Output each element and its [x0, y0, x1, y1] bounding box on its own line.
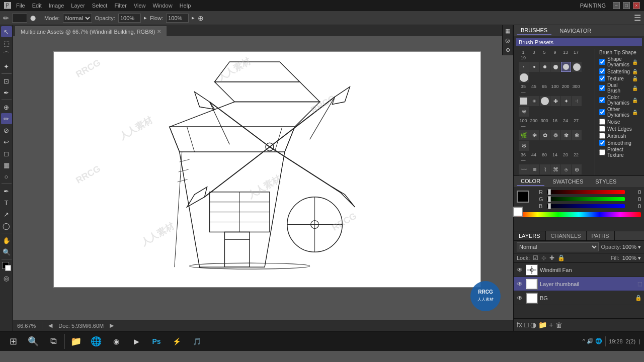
mode-select[interactable]: Normal — [63, 14, 92, 23]
shape-dynamics[interactable]: Shape Dynamics 🔒 — [597, 56, 640, 68]
selection-tool[interactable]: ⬚ — [1, 38, 12, 49]
search-button[interactable]: 🔍 — [24, 332, 42, 350]
app-4[interactable]: ▶ — [127, 332, 145, 350]
airbrush-toggle[interactable]: ⊕ — [198, 14, 204, 22]
menu-edit[interactable]: Edit — [30, 3, 44, 9]
flow-arrow[interactable]: ▸ — [192, 15, 195, 21]
tab-close-button[interactable]: ✕ — [157, 29, 161, 34]
brush-preset-picker[interactable] — [12, 14, 27, 23]
app-5[interactable]: ⚡ — [168, 332, 186, 350]
brush-s2[interactable]: ≋ — [529, 164, 539, 174]
styles-tab[interactable]: STYLES — [591, 177, 620, 186]
brush-r2[interactable]: ❀ — [529, 130, 539, 140]
document-tab[interactable]: Multiplane Assets @ 66.7% (Windmill Buil… — [15, 26, 167, 36]
menu-filter[interactable]: Filter — [112, 3, 128, 9]
brush-soft[interactable] — [529, 96, 539, 106]
color-swatch-area[interactable] — [1, 261, 12, 272]
layer-row-bg[interactable]: 👁 BG 🔒 — [514, 291, 644, 305]
brush-r1[interactable]: 🌿 — [519, 130, 529, 140]
gradient-tool[interactable]: ▦ — [1, 159, 12, 170]
clone-stamp-tool[interactable]: ⊘ — [1, 125, 12, 136]
airbrush[interactable]: Airbrush — [597, 132, 640, 139]
texture[interactable]: Texture 🔒 — [597, 75, 640, 82]
layer-visibility-toggle[interactable]: 👁 — [516, 280, 524, 288]
foreground-swatch[interactable] — [517, 191, 529, 203]
brush-13px[interactable] — [561, 62, 571, 72]
brush-5px[interactable] — [540, 62, 550, 72]
layer-row-windmill-fan[interactable]: 👁 Windmill Fan — [514, 263, 644, 277]
lasso-tool[interactable]: ⌒ — [1, 49, 12, 60]
brush-s4[interactable]: ⌘ — [550, 164, 560, 174]
layer-visibility-toggle[interactable]: 👁 — [516, 266, 524, 274]
swatch-area[interactable] — [517, 191, 535, 209]
layer-group-button[interactable]: 📁 — [538, 321, 547, 329]
layer-mask-button[interactable]: □ — [524, 321, 528, 329]
layer-adjustment-button[interactable]: ◑ — [530, 321, 536, 329]
quick-mask-tool[interactable]: ◎ — [1, 273, 12, 284]
triangle-right[interactable]: ▶ — [110, 322, 114, 329]
new-layer-button[interactable]: + — [549, 321, 553, 329]
protect-texture[interactable]: Protect Texture — [597, 146, 640, 158]
brush-star[interactable]: ✦ — [561, 96, 571, 106]
menu-select[interactable]: Select — [90, 3, 110, 9]
dual-brush[interactable]: Dual Brush 🔒 — [597, 82, 640, 94]
brush-17px[interactable] — [572, 62, 582, 72]
background-swatch[interactable] — [513, 207, 523, 217]
task-view-button[interactable]: ⧉ — [44, 332, 62, 350]
brush-35px[interactable] — [519, 96, 529, 106]
pen-tool[interactable]: ✒ — [1, 186, 12, 197]
brush-s5[interactable]: ⍟ — [561, 164, 571, 174]
lock-pos[interactable]: ⊹ — [541, 254, 546, 261]
layer-row-thumbnail[interactable]: 👁 Layer thumbnail ⬚ — [514, 277, 644, 291]
app-6[interactable]: 🎵 — [188, 332, 206, 350]
brush-s3[interactable]: ⌇ — [540, 164, 550, 174]
noise[interactable]: Noise — [597, 118, 640, 125]
brush-r3[interactable]: ✿ — [540, 130, 550, 140]
text-tool[interactable]: T — [1, 197, 12, 208]
scattering[interactable]: Scattering 🔒 — [597, 68, 640, 75]
tab-channels[interactable]: CHANNELS — [546, 231, 587, 240]
menu-help[interactable]: Help — [178, 3, 193, 9]
mini-tool-3[interactable]: ⊕ — [503, 45, 512, 54]
opacity-arrow[interactable]: ▸ — [144, 15, 147, 21]
crop-tool[interactable]: ⊡ — [1, 75, 12, 86]
other-dynamics[interactable]: Other Dynamics 🔒 — [597, 106, 640, 118]
wet-edges[interactable]: Wet Edges — [597, 125, 640, 132]
mini-tool-2[interactable]: ◎ — [503, 36, 512, 45]
minimize-button[interactable]: – — [613, 2, 620, 9]
color-spectrum[interactable] — [517, 212, 641, 217]
brush-s1[interactable]: 〰 — [519, 164, 529, 174]
fill-value[interactable]: 100% ▾ — [622, 255, 641, 261]
dodge-tool[interactable]: ○ — [1, 171, 12, 182]
file-explorer-button[interactable]: 📁 — [67, 332, 85, 350]
opacity-value[interactable]: 100% ▾ — [622, 244, 641, 250]
swatches-tab[interactable]: SWATCHES — [548, 177, 587, 186]
start-button[interactable]: ⊞ — [4, 332, 22, 350]
photoshop-button[interactable]: Ps — [147, 332, 166, 350]
mini-tool-1[interactable]: ▦ — [503, 26, 512, 35]
show-desktop[interactable]: | — [638, 338, 640, 344]
color-panel-header[interactable]: COLOR SWATCHES STYLES — [514, 176, 644, 187]
brush-1px[interactable] — [519, 62, 529, 72]
history-brush-tool[interactable]: ↩ — [1, 136, 12, 147]
magic-wand-tool[interactable]: ✦ — [1, 61, 12, 72]
brush-large[interactable] — [540, 96, 550, 106]
brush-9px[interactable] — [550, 62, 560, 72]
brush-tip-shape[interactable]: Brush Tip Shape — [597, 49, 640, 56]
layer-fx-button[interactable]: fx — [517, 321, 522, 329]
triangle-left[interactable]: ◀ — [48, 322, 52, 329]
close-button[interactable]: × — [633, 2, 640, 9]
restore-button[interactable]: □ — [623, 2, 630, 9]
menu-file[interactable]: File — [14, 3, 27, 9]
brush-tool[interactable]: ✏ — [1, 113, 12, 124]
brush-scatter[interactable]: ⁖ — [572, 96, 582, 106]
brush-r4[interactable]: ❁ — [550, 130, 560, 140]
color-tab[interactable]: COLOR — [517, 177, 544, 186]
zoom-tool[interactable]: 🔍 — [1, 246, 12, 257]
brushes-tab[interactable]: BRUSHES — [517, 26, 551, 35]
brush-r5[interactable]: ✾ — [561, 130, 571, 140]
lock-pixels[interactable]: ☑ — [533, 254, 538, 261]
brush-presets-header[interactable]: Brush Presets — [516, 38, 642, 46]
hand-tool[interactable]: ✋ — [1, 235, 12, 246]
opacity-input[interactable] — [118, 14, 141, 23]
